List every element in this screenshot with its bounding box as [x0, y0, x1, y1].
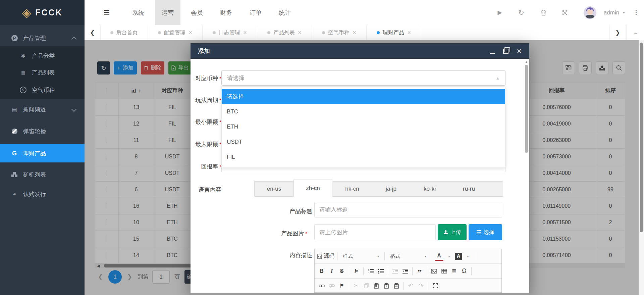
sidebar-item-product-manage[interactable]: P 产品管理 [0, 29, 85, 47]
redo-button[interactable]: ↷ [417, 281, 425, 291]
run-icon[interactable]: ▶ [494, 0, 506, 25]
cut-button[interactable]: ✂ [352, 281, 361, 291]
coin-select[interactable]: 请选择 ▲ [221, 70, 505, 86]
link-button[interactable] [317, 281, 326, 291]
styles-select[interactable]: 样式▾ [340, 252, 382, 261]
lang-tab-ja-jp[interactable]: ja-jp [372, 182, 411, 196]
italic-button[interactable]: I [327, 266, 336, 276]
product-title-input[interactable]: 请输入标题 [314, 202, 502, 217]
remove-format-button[interactable]: Ix [352, 266, 361, 276]
nav-item-operation[interactable]: 运营 [155, 0, 180, 25]
sidebar-item-popup-carousel[interactable]: 弹窗轮播 [0, 122, 85, 140]
format-select[interactable]: 格式▾ [387, 252, 429, 261]
user-caret-icon[interactable]: ▾ [620, 0, 628, 25]
indent-button[interactable] [401, 266, 410, 276]
unlink-button[interactable] [327, 281, 336, 291]
strikethrough-button[interactable]: S [337, 266, 346, 276]
tab-close-icon[interactable]: ✕ [407, 30, 411, 35]
bold-button[interactable]: B [317, 266, 326, 276]
sidebar-item-air-coin[interactable]: 5 空气币种 [0, 81, 85, 99]
product-image-input[interactable]: 请上传图片 [314, 224, 436, 240]
insert-image-button[interactable] [430, 266, 438, 276]
sidebar-item-product-category[interactable]: ✱ 产品分类 [0, 47, 85, 64]
undo-button[interactable]: ↶ [407, 281, 415, 291]
tab-product-list[interactable]: 产品列表 ✕ [257, 25, 312, 40]
nav-item-order[interactable]: 订单 [243, 0, 268, 25]
fullscreen-icon[interactable] [559, 0, 571, 25]
more-menu-icon[interactable]: ⋮ [632, 0, 641, 25]
tab-config[interactable]: 配置管理 ✕ [148, 25, 203, 40]
text-color-button[interactable]: A [435, 252, 443, 261]
lang-tab-ko-kr[interactable]: ko-kr [411, 182, 449, 196]
tab-home[interactable]: 后台首页 [100, 25, 148, 40]
field-label-title: 产品标题 [254, 207, 312, 215]
lang-tab-hk-cn[interactable]: hk-cn [333, 182, 372, 196]
username[interactable]: admin [601, 0, 622, 25]
sidebar-item-finance-product[interactable]: G 理财产品 [0, 144, 85, 162]
nav-item-finance[interactable]: 财务 [213, 0, 239, 25]
choose-button[interactable]: 选择 [469, 224, 502, 240]
dialog-scrollbar[interactable]: ▲ [525, 60, 528, 292]
paste-button[interactable] [372, 281, 381, 291]
tab-air-coin[interactable]: 空气币种 ✕ [312, 25, 367, 40]
dropdown-option[interactable]: ETH [222, 119, 505, 134]
dialog-horizontal-scrollbar[interactable] [191, 293, 529, 295]
paste-text-button[interactable]: T [382, 281, 391, 291]
trash-icon[interactable] [537, 0, 549, 25]
tabs-menu-icon[interactable]: ⌄ [626, 25, 644, 40]
sidebar-item-product-list[interactable]: ≣ 产品列表 [0, 64, 85, 81]
finance-product-icon: G [11, 150, 18, 157]
dropdown-option[interactable]: BTC [222, 104, 505, 119]
tabs-scroll-right-icon[interactable]: ❯ [609, 25, 626, 40]
dropdown-option[interactable]: 请选择 [222, 89, 505, 104]
sidebar-toggle-icon[interactable]: ☰ [100, 0, 113, 25]
source-button[interactable]: 源码 [317, 251, 334, 261]
tab-close-icon[interactable]: ✕ [298, 30, 302, 35]
add-dialog: 添加 ✕ 对应币种* 玩法周期* 最小限额* 最大限额* 回报率* 语言内容 请… [191, 43, 529, 295]
horizontal-rule-button[interactable]: ≣ [450, 266, 459, 276]
minimize-icon[interactable] [490, 48, 495, 54]
nav-item-system[interactable]: 系统 [125, 0, 151, 25]
special-char-button[interactable]: Ω [460, 266, 469, 276]
insert-table-button[interactable] [440, 266, 448, 276]
blockquote-button[interactable]: ” [415, 264, 424, 278]
sidebar-item-miner-list[interactable]: 矿机列表 [0, 166, 85, 183]
brand-logo[interactable]: ◈ FCCK [0, 0, 85, 25]
dialog-scrollbar-thumb[interactable] [525, 65, 528, 153]
upload-button[interactable]: 上传 [438, 224, 467, 240]
lang-tab-zh-cn[interactable]: zh-cn [293, 180, 332, 197]
air-coin-icon: 5 [19, 87, 27, 93]
bg-color-button[interactable]: A [455, 253, 462, 260]
lang-tab-en-us[interactable]: en-us [255, 182, 293, 196]
bullet-list-button[interactable] [376, 266, 385, 276]
page-scrollbar[interactable] [639, 40, 644, 295]
scrollbar-up-icon[interactable]: ▲ [525, 60, 528, 63]
restore-icon[interactable] [503, 48, 508, 54]
tab-close-icon[interactable]: ✕ [189, 30, 193, 35]
copy-button[interactable] [362, 281, 371, 291]
sidebar-item-news-channel[interactable]: ▤ 新闻频道 [0, 101, 85, 118]
tab-logs[interactable]: 日志管理 ✕ [203, 25, 257, 40]
tab-close-icon[interactable]: ✕ [243, 30, 247, 35]
maximize-button[interactable] [431, 281, 440, 291]
nav-item-member[interactable]: 会员 [184, 0, 210, 25]
tab-close-icon[interactable]: ✕ [353, 30, 357, 35]
ordered-list-button[interactable]: 12 [366, 266, 375, 276]
outdent-button[interactable] [391, 266, 399, 276]
tabs-scroll-left-icon[interactable]: ❮ [85, 25, 101, 40]
close-icon[interactable]: ✕ [517, 48, 522, 54]
tab-finance-product[interactable]: 理财产品 ✕ [367, 25, 421, 40]
paste-word-button[interactable]: W [392, 281, 401, 291]
dropdown-option[interactable]: FIL [222, 149, 505, 164]
avatar[interactable] [583, 0, 597, 25]
lang-tab-ru-ru[interactable]: ru-ru [449, 182, 488, 196]
sidebar-item-subscribe-issue[interactable]: ◕ 认购发行 [0, 185, 85, 203]
bg-color-caret-icon[interactable]: ▾ [464, 251, 472, 261]
refresh-icon[interactable]: ↻ [515, 0, 527, 25]
nav-item-statistics[interactable]: 统计 [272, 0, 298, 25]
text-color-caret-icon[interactable]: ▾ [445, 251, 453, 261]
page-scrollbar-thumb[interactable] [640, 43, 643, 232]
dialog-header[interactable]: 添加 ✕ [191, 43, 529, 59]
anchor-button[interactable]: ⚑ [337, 281, 346, 291]
dropdown-option[interactable]: USDT [222, 134, 505, 149]
